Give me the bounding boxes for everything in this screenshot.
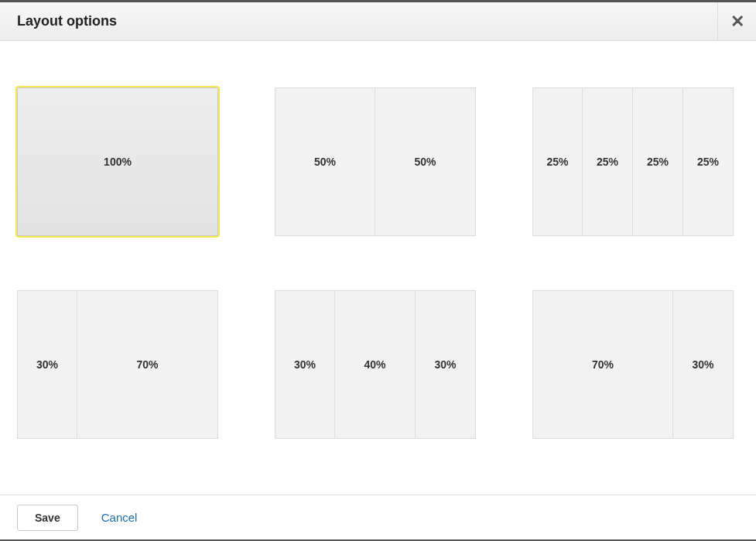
layout-option-grid: 100%50%50%25%25%25%25%30%70%30%40%30%70%…	[17, 87, 739, 439]
layout-options-dialog: Layout options ✕ 100%50%50%25%25%25%25%3…	[0, 0, 756, 541]
close-icon: ✕	[730, 12, 744, 32]
dialog-header: Layout options ✕	[0, 2, 756, 41]
close-button[interactable]: ✕	[717, 2, 756, 41]
layout-option-1-col-1-label: 50%	[375, 87, 476, 236]
layout-option-4[interactable]: 30%40%30%	[275, 290, 476, 439]
layout-option-2[interactable]: 25%25%25%25%	[532, 87, 734, 236]
layout-option-4-col-0-label: 30%	[275, 290, 335, 439]
cancel-button[interactable]: Cancel	[101, 511, 138, 524]
layout-option-1[interactable]: 50%50%	[275, 87, 476, 236]
layout-option-2-col-2-label: 25%	[633, 87, 683, 236]
layout-option-4-col-1-label: 40%	[335, 290, 416, 439]
dialog-title: Layout options	[0, 13, 117, 29]
dialog-footer: Save Cancel	[0, 495, 756, 539]
dialog-body: 100%50%50%25%25%25%25%30%70%30%40%30%70%…	[0, 41, 756, 495]
layout-option-2-col-1-label: 25%	[583, 87, 633, 236]
layout-option-1-col-0-label: 50%	[275, 87, 375, 236]
layout-option-3-col-0-label: 30%	[17, 290, 77, 439]
layout-option-0-col-0-label: 100%	[17, 87, 218, 236]
layout-option-0[interactable]: 100%	[17, 87, 218, 236]
layout-option-5-col-1-label: 30%	[673, 290, 734, 439]
layout-option-5[interactable]: 70%30%	[532, 290, 734, 439]
save-button[interactable]: Save	[17, 505, 78, 531]
layout-option-2-col-3-label: 25%	[683, 87, 734, 236]
layout-option-4-col-2-label: 30%	[416, 290, 476, 439]
layout-option-3-col-1-label: 70%	[77, 290, 218, 439]
layout-option-3[interactable]: 30%70%	[17, 290, 218, 439]
layout-option-5-col-0-label: 70%	[532, 290, 673, 439]
layout-option-2-col-0-label: 25%	[532, 87, 583, 236]
